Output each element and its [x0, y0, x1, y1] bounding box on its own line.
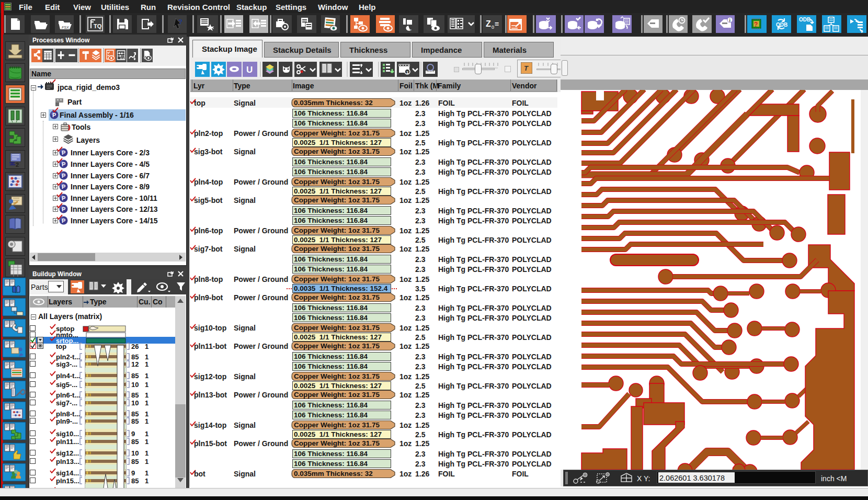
svg-text:?: ? [754, 21, 758, 28]
svg-text:0: 0 [492, 25, 494, 30]
svg-text:1: 1 [406, 70, 409, 75]
svg-text:Z: Z [486, 19, 491, 28]
svg-text:ODB: ODB [799, 17, 810, 22]
svg-text:!: ! [409, 26, 411, 31]
svg-text:i: i [729, 18, 731, 23]
svg-text:T: T [524, 64, 529, 72]
svg-text:U: U [246, 65, 253, 75]
svg-text:=: = [495, 20, 499, 28]
